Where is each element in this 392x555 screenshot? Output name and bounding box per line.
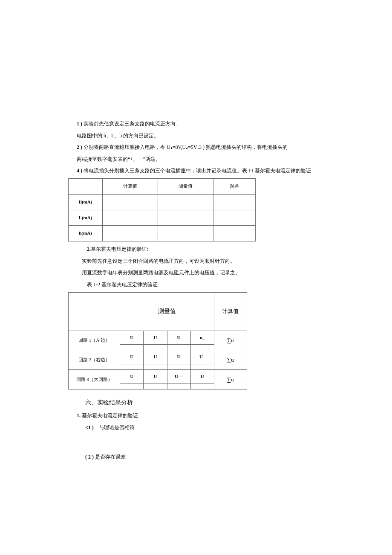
cell-u: U — [120, 331, 144, 345]
cell-empty — [158, 226, 213, 241]
table-row: L(mA) — [69, 210, 256, 226]
step-2-text: 分别将两路直流稳压源接入电路，令 U₁=8V,U₂=5V..3 ) 熟悉电流插头… — [84, 144, 288, 150]
table-row: 回路 3（大回路） U U U— U ∑u — [69, 370, 247, 384]
table-row: Ii(mA) — [69, 194, 256, 210]
section-6-p1: 1. 基尔霍夫电流定律的验证 — [77, 411, 315, 421]
question-2: ( 2 ) 是否存在误差 — [85, 453, 315, 462]
cell-u: U — [120, 370, 144, 384]
section-6-p1-num: 1. — [77, 413, 81, 418]
cell-empty — [103, 194, 158, 210]
row-label: L(mA) — [69, 210, 103, 226]
step-2: 2 ) 分别将两路直流稳压源接入电路，令 U₁=8V,U₂=5V..3 ) 熟悉… — [77, 143, 315, 152]
cell-empty — [120, 345, 144, 350]
step-1: 1 ) 实验前先任意设定三条支路的电流正方向. — [77, 119, 315, 129]
step-4-text: 将电流插头分别插入三条支路的三个电流插座中，读出并记录电流值。表 I-I 基尔霍… — [84, 168, 311, 174]
table-1-current-law: 计算值 测量值 误差 Ii(mA) L(mA) h(mA) — [68, 178, 256, 241]
row-label: 回路 1（左边） — [69, 331, 120, 350]
question-2-text: 是否存在误差 — [95, 454, 126, 460]
table-header-meas: 测量值 — [158, 178, 213, 194]
question-2-num: ( 2 ) — [85, 454, 94, 460]
cell-empty — [167, 345, 190, 350]
cell-empty — [167, 384, 190, 389]
cell-empty — [167, 364, 190, 370]
cell-empty — [213, 194, 256, 210]
row-label: 回路 3（大回路） — [69, 370, 120, 389]
cell-u: U — [144, 331, 167, 345]
table-header-blank — [69, 292, 120, 331]
question-1-text: 与理论是否相符 — [99, 424, 135, 430]
table-row: 回路 2（右边） U U U U_ ∑u — [69, 350, 247, 364]
cell-empty — [213, 210, 256, 226]
row-label: h(mA) — [69, 226, 103, 241]
cell-empty — [190, 384, 214, 389]
cell-sigma: ∑u — [214, 331, 247, 350]
table-header-calc: 计算值 — [103, 178, 158, 194]
cell-u: U — [190, 370, 214, 384]
table-2-caption: 表 1-2 基尔翟夫电压定律的验证 — [77, 280, 315, 290]
cell-u: U_ — [190, 350, 214, 364]
cell-empty — [103, 210, 158, 226]
cell-u: U — [120, 350, 144, 364]
cell-empty — [144, 384, 167, 389]
cell-empty — [158, 194, 213, 210]
mid-p1-num: 2. — [87, 246, 91, 252]
mid-p2: 实验前先任意设定三个闭合回路的电流正方向，可设为顺时针方向。 — [77, 257, 315, 266]
cell-u: u_ — [190, 331, 214, 345]
cell-empty — [144, 345, 167, 350]
cell-sigma: ∑u — [214, 350, 247, 370]
step-1-text: 实验前先任意设定三条支路的电流正方向. — [84, 121, 177, 127]
cell-empty — [120, 364, 144, 370]
row-label: Ii(mA) — [69, 194, 103, 210]
step-4-num: 4 ) — [77, 168, 82, 174]
cell-empty — [144, 364, 167, 370]
cell-u: U — [167, 350, 190, 364]
cell-u: U— — [167, 370, 190, 384]
table-header-calc: 计算值 — [214, 292, 247, 331]
step-1b: 电路图中的 h、L、b 的方向已设定。 — [77, 131, 315, 141]
cell-empty — [158, 210, 213, 226]
table-row: 回路 1（左边） U U U u_ ∑u — [69, 331, 247, 345]
table-2-voltage-law: 测量值 计算值 回路 1（左边） U U U u_ ∑u 回路 2（右边） U … — [68, 292, 247, 389]
table-row: 计算值 测量值 误差 — [69, 178, 256, 194]
cell-empty — [190, 364, 214, 370]
table-header-blank — [69, 178, 103, 194]
mid-p3: 用直流数字电年表分别测量两路电源及电阻元件上的电压值，记录之。 — [77, 268, 315, 278]
step-2-num: 2 ) — [77, 144, 82, 150]
table-row: h(mA) — [69, 226, 256, 241]
cell-u: U — [167, 331, 190, 345]
step-1-num: 1 ) — [77, 121, 82, 127]
question-1: <1 ) 与理论是否相符 — [85, 423, 315, 433]
section-6-title: 六、实验结果分析 — [85, 397, 315, 408]
step-2b: 两端接至数字毫安表的“+、一”两端。 — [77, 155, 315, 164]
cell-u: U — [144, 350, 167, 364]
table-row: 测量值 计算值 — [69, 292, 247, 331]
cell-sigma: ∑u — [214, 370, 247, 389]
blank-space — [77, 441, 315, 453]
table-header-meas: 测量值 — [120, 292, 214, 331]
step-4: 4 ) 将电流插头分别插入三条支路的三个电流插座中，读出并记录电流值。表 I-I… — [77, 166, 315, 176]
section-6-p1-text: 基尔霍夫电流定律的验证 — [82, 413, 138, 418]
cell-u: U — [144, 370, 167, 384]
cell-empty — [120, 384, 144, 389]
cell-empty — [103, 226, 158, 241]
cell-empty — [213, 226, 256, 241]
cell-empty — [190, 345, 214, 350]
table-header-err: 误差 — [213, 178, 256, 194]
mid-p1: 2.基尔霍夫电压定律的脸证: — [77, 245, 315, 254]
row-label: 回路 2（右边） — [69, 350, 120, 370]
question-1-num: <1 ) — [85, 424, 94, 430]
mid-p1-text: 基尔霍夫电压定律的脸证: — [91, 246, 148, 252]
